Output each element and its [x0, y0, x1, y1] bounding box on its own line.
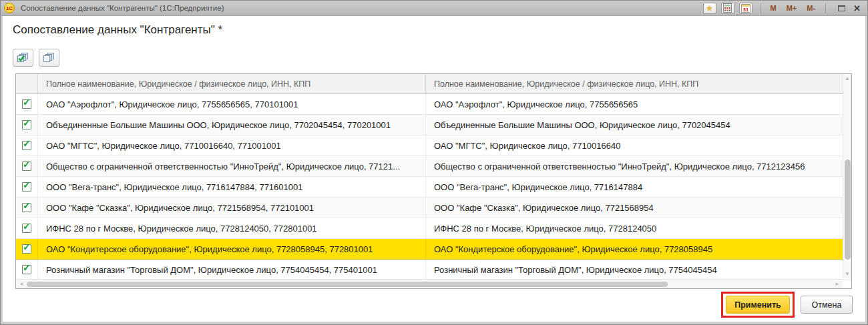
apply-highlight-annotation: Применить — [721, 292, 795, 318]
table-row[interactable]: ✓ ИФНС 28 по г Москве, Юридическое лицо,… — [16, 218, 851, 239]
header-checkbox-column[interactable] — [16, 74, 38, 93]
titlebar-separator — [760, 3, 761, 13]
row-target-text[interactable]: ОАО "Кондитерское оборудование", Юридиче… — [426, 239, 851, 259]
row-checkbox-cell: ✓ — [16, 135, 38, 155]
page-title: Сопоставление данных "Контрагенты" * — [13, 23, 222, 37]
row-target-text[interactable]: ООО "Вега-транс", Юридическое лицо, 7716… — [426, 177, 851, 197]
table-row[interactable]: ✓ ОАО "МГТС", Юридическое лицо, 77100166… — [16, 135, 851, 156]
vertical-scrollbar[interactable]: ▲ ▼ — [843, 74, 851, 279]
table-row[interactable]: ✓ ООО "Кафе "Сказка", Юридическое лицо, … — [16, 198, 851, 218]
checkmark-icon: ✓ — [23, 180, 31, 190]
dialog-body: Сопоставление данных "Контрагенты" * — [1, 16, 867, 324]
row-target-text[interactable]: Общество с ограниченной ответственностью… — [426, 156, 851, 176]
table-row[interactable]: ✓ ООО "Вега-транс", Юридическое лицо, 77… — [16, 177, 851, 198]
row-checkbox[interactable]: ✓ — [22, 182, 31, 192]
cancel-button[interactable]: Отмена — [801, 296, 853, 314]
row-source-text[interactable]: ОАО "Кондитерское оборудование", Юридиче… — [38, 239, 426, 259]
row-checkbox-cell: ✓ — [16, 260, 38, 280]
scroll-down-icon[interactable]: ▼ — [843, 271, 851, 278]
row-target-text[interactable]: ОАО "МГТС", Юридическое лицо, 7710016640 — [426, 135, 851, 155]
row-checkbox[interactable]: ✓ — [22, 203, 31, 212]
row-target-text[interactable]: Объединенные Большие Машины ООО, Юридиче… — [426, 115, 851, 135]
row-source-text[interactable]: Розничный магазин "Торговый ДОМ", Юридич… — [38, 260, 426, 280]
row-checkbox-cell: ✓ — [16, 239, 38, 259]
calculator-icon[interactable] — [721, 3, 734, 14]
apply-button[interactable]: Применить — [726, 296, 790, 314]
titlebar: 1С Сопоставление данных "Контрагенты" (1… — [1, 1, 867, 16]
titlebar-separator — [825, 3, 826, 13]
row-checkbox[interactable]: ✓ — [22, 120, 31, 129]
row-checkbox[interactable]: ✓ — [22, 224, 31, 233]
maximize-icon[interactable] — [838, 2, 845, 14]
row-checkbox[interactable]: ✓ — [22, 244, 31, 254]
row-checkbox-cell: ✓ — [16, 115, 38, 135]
memory-m-button[interactable]: M — [768, 4, 779, 12]
table-header-row: Полное наименование, Юридическое / физич… — [16, 74, 851, 94]
window-title: Сопоставление данных "Контрагенты" (1С:П… — [21, 4, 703, 12]
row-source-text[interactable]: Общество с ограниченной ответственностью… — [38, 156, 426, 176]
checkmark-icon: ✓ — [23, 159, 31, 169]
mapping-table: Полное наименование, Юридическое / физич… — [15, 73, 852, 289]
favorites-star-icon[interactable]: ★ — [703, 3, 716, 14]
checkmark-icon: ✓ — [23, 263, 31, 272]
horizontal-scrollbar[interactable]: ◄ ► — [16, 279, 843, 288]
row-checkbox-cell: ✓ — [16, 94, 38, 114]
header-source-column[interactable]: Полное наименование, Юридическое / физич… — [38, 74, 426, 93]
checkmark-icon: ✓ — [23, 139, 31, 148]
row-checkbox-cell: ✓ — [16, 218, 38, 238]
checkmark-icon: ✓ — [23, 118, 31, 127]
1c-logo-icon: 1С — [4, 3, 15, 13]
checkmark-icon: ✓ — [23, 242, 31, 252]
row-source-text[interactable]: ИФНС 28 по г Москве, Юридическое лицо, 7… — [38, 218, 426, 238]
uncheck-all-icon — [43, 52, 55, 63]
scroll-up-icon[interactable]: ▲ — [843, 75, 851, 82]
calendar-icon[interactable]: 31 — [739, 3, 752, 14]
row-checkbox[interactable]: ✓ — [22, 161, 31, 171]
memory-m-plus-button[interactable]: M+ — [784, 4, 800, 12]
svg-text:31: 31 — [742, 7, 748, 13]
row-source-text[interactable]: ООО "Вега-транс", Юридическое лицо, 7716… — [38, 177, 426, 197]
toolbar — [13, 49, 59, 67]
footer-buttons: Применить Отмена — [721, 292, 853, 318]
table-body: ✓ ОАО "Аэрофлот", Юридическое лицо, 7755… — [16, 94, 851, 280]
row-source-text[interactable]: ООО "Кафе "Сказка", Юридическое лицо, 77… — [38, 198, 426, 218]
check-all-button[interactable] — [13, 49, 33, 67]
row-checkbox-cell: ✓ — [16, 177, 38, 197]
row-target-text[interactable]: ИФНС 28 по г Москве, Юридическое лицо, 7… — [426, 218, 851, 238]
table-row[interactable]: ✓ Объединенные Большие Машины ООО, Юриди… — [16, 115, 851, 135]
row-checkbox-cell: ✓ — [16, 156, 38, 176]
row-target-text[interactable]: ОАО "Аэрофлот", Юридическое лицо, 775565… — [426, 94, 851, 114]
row-checkbox[interactable]: ✓ — [22, 99, 31, 109]
table-row[interactable]: ✓ ОАО "Кондитерское оборудование", Юриди… — [16, 239, 851, 260]
checkmark-icon: ✓ — [23, 97, 31, 107]
check-all-icon — [17, 52, 29, 63]
scroll-left-icon[interactable]: ◄ — [19, 280, 24, 288]
app-window: 1С Сопоставление данных "Контрагенты" (1… — [0, 0, 868, 325]
row-checkbox[interactable]: ✓ — [22, 265, 31, 274]
header-target-column[interactable]: Полное наименование, Юридическое / физич… — [426, 74, 851, 93]
row-source-text[interactable]: ОАО "МГТС", Юридическое лицо, 7710016640… — [38, 135, 426, 155]
row-target-text[interactable]: ООО "Кафе "Сказка", Юридическое лицо, 77… — [426, 198, 851, 218]
table-row[interactable]: ✓ Общество с ограниченной ответственност… — [16, 156, 851, 177]
table-row[interactable]: ✓ ОАО "Аэрофлот", Юридическое лицо, 7755… — [16, 94, 851, 115]
close-icon[interactable]: ✕ — [853, 4, 861, 13]
row-target-text[interactable]: Розничный магазин "Торговый ДОМ", Юридич… — [426, 260, 851, 280]
horizontal-scroll-thumb[interactable] — [27, 282, 668, 287]
row-checkbox-cell: ✓ — [16, 198, 38, 218]
uncheck-all-button[interactable] — [39, 49, 59, 67]
scroll-right-icon[interactable]: ► — [835, 280, 840, 288]
vertical-scroll-thumb[interactable] — [845, 159, 851, 260]
row-source-text[interactable]: Объединенные Большие Машины ООО, Юридиче… — [38, 115, 426, 135]
memory-m-minus-button[interactable]: M- — [804, 4, 818, 12]
checkmark-icon: ✓ — [23, 222, 31, 231]
row-source-text[interactable]: ОАО "Аэрофлот", Юридическое лицо, 775565… — [38, 94, 426, 114]
checkmark-icon: ✓ — [23, 201, 31, 210]
row-checkbox[interactable]: ✓ — [22, 141, 31, 150]
table-row[interactable]: ✓ Розничный магазин "Торговый ДОМ", Юрид… — [16, 260, 851, 280]
